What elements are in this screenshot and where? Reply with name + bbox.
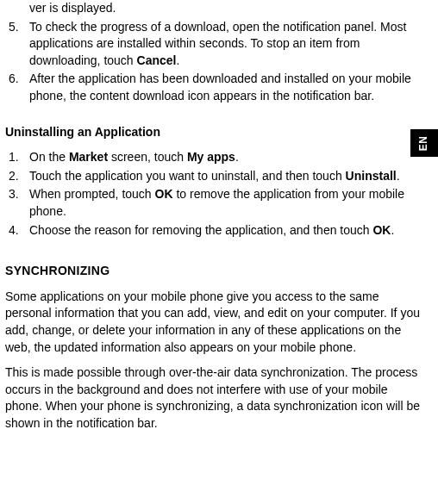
cancel-label: Cancel bbox=[137, 53, 177, 67]
step-number: 6. bbox=[9, 71, 29, 104]
step-number: 1. bbox=[9, 149, 29, 166]
market-label: Market bbox=[69, 150, 108, 164]
step-text: After the application has been downloade… bbox=[29, 71, 422, 104]
step-text: When prompted, touch OK to remove the ap… bbox=[29, 186, 422, 220]
install-steps-list: 5. To check the progress of a download, … bbox=[9, 19, 422, 105]
partial-line: ver is displayed. bbox=[29, 0, 422, 17]
list-item: 2. Touch the application you want to uni… bbox=[9, 168, 422, 185]
step-number: 2. bbox=[9, 168, 29, 185]
section-heading-synchronizing: SYNCHRONIZING bbox=[5, 263, 422, 280]
language-code: EN bbox=[417, 135, 432, 151]
step-number: 3. bbox=[9, 186, 29, 220]
list-item: 3. When prompted, touch OK to remove the… bbox=[9, 186, 422, 220]
ok-label: OK bbox=[155, 187, 173, 201]
list-item: 6. After the application has been downlo… bbox=[9, 71, 422, 104]
list-item: 5. To check the progress of a download, … bbox=[9, 19, 422, 70]
step-text: On the Market screen, touch My apps. bbox=[29, 149, 422, 166]
list-item: 1. On the Market screen, touch My apps. bbox=[9, 149, 422, 166]
section-heading-uninstall: Uninstalling an Application bbox=[5, 124, 422, 141]
step-text: Choose the reason for removing the appli… bbox=[29, 222, 422, 240]
uninstall-label: Uninstall bbox=[346, 169, 397, 183]
step-number: 4. bbox=[9, 222, 29, 240]
ok-label: OK bbox=[372, 223, 391, 237]
step-text: To check the progress of a download, ope… bbox=[29, 19, 422, 70]
my-apps-label: My apps bbox=[187, 150, 235, 164]
list-item: 4. Choose the reason for removing the ap… bbox=[9, 222, 422, 240]
language-tab: EN bbox=[410, 129, 438, 157]
sync-paragraph-1: Some applications on your mobile phone g… bbox=[5, 289, 422, 356]
step-text: Touch the application you want to uninst… bbox=[29, 168, 422, 185]
uninstall-steps-list: 1. On the Market screen, touch My apps. … bbox=[9, 149, 422, 239]
sync-paragraph-2: This is made possible through over-the-a… bbox=[5, 364, 422, 432]
step-number: 5. bbox=[9, 19, 29, 70]
